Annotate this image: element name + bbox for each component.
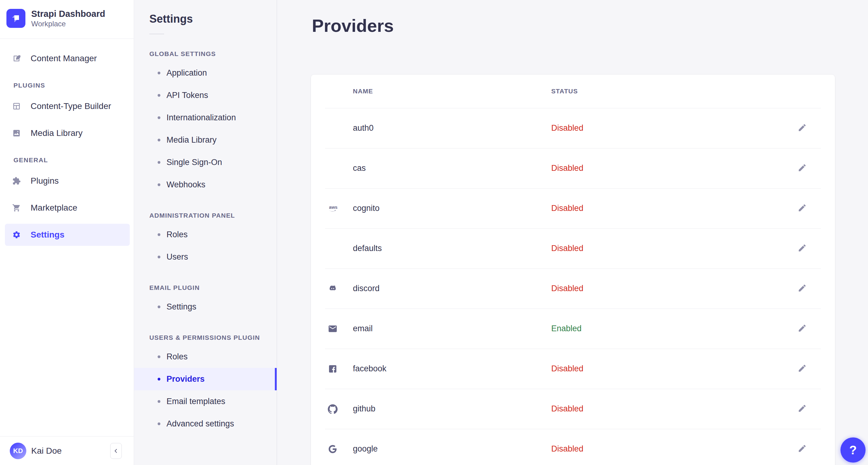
bullet-icon bbox=[158, 355, 160, 358]
subnav-item-email-settings[interactable]: Settings bbox=[134, 296, 277, 318]
bullet-icon bbox=[158, 378, 160, 380]
subnav-item-application[interactable]: Application bbox=[134, 62, 277, 84]
subnav-item-providers[interactable]: Providers bbox=[134, 368, 277, 390]
workspace-subtitle: Workplace bbox=[31, 20, 105, 28]
subnav-item-media-library[interactable]: Media Library bbox=[134, 129, 277, 151]
subnav-item-email-templates[interactable]: Email templates bbox=[134, 390, 277, 413]
pencil-icon bbox=[798, 123, 807, 132]
bullet-icon bbox=[158, 400, 160, 403]
sidebar-item-marketplace[interactable]: Marketplace bbox=[5, 197, 130, 219]
subnav-section-users-permissions-plugin: USERS & PERMISSIONS PLUGIN Roles Provide… bbox=[134, 334, 277, 435]
pencil-icon bbox=[798, 163, 807, 172]
subnav-item-advanced-settings[interactable]: Advanced settings bbox=[134, 413, 277, 435]
sidebar-item-plugins[interactable]: Plugins bbox=[5, 170, 130, 192]
subnav-section-email-plugin: EMAIL PLUGIN Settings bbox=[134, 284, 277, 318]
subnav-item-api-tokens[interactable]: API Tokens bbox=[134, 84, 277, 106]
sidebar-item-label: Content-Type Builder bbox=[31, 101, 111, 111]
subnav-section-label: EMAIL PLUGIN bbox=[149, 284, 277, 291]
provider-name: defaults bbox=[353, 244, 551, 253]
svg-text:aws: aws bbox=[329, 205, 338, 210]
table-row-email[interactable]: email Enabled bbox=[311, 309, 835, 349]
subnav-item-admin-roles[interactable]: Roles bbox=[134, 223, 277, 246]
sidebar-section-plugins-label: PLUGINS bbox=[13, 82, 130, 89]
provider-name: email bbox=[353, 324, 551, 333]
table-row-defaults[interactable]: defaults Disabled bbox=[311, 229, 835, 269]
status-badge: Disabled bbox=[551, 284, 797, 293]
table-row-cas[interactable]: cas Disabled bbox=[311, 149, 835, 188]
table-row-github[interactable]: github Disabled bbox=[311, 389, 835, 429]
edit-provider-button[interactable] bbox=[797, 283, 807, 294]
subnav-item-admin-users[interactable]: Users bbox=[134, 246, 277, 268]
help-button[interactable]: ? bbox=[840, 437, 866, 463]
edit-provider-button[interactable] bbox=[797, 123, 807, 133]
pencil-icon bbox=[798, 203, 807, 212]
status-badge: Disabled bbox=[551, 364, 797, 373]
table-row-google[interactable]: google Disabled bbox=[311, 429, 835, 465]
main-content: Providers NAME STATUS auth0 Disabled cas bbox=[277, 0, 868, 465]
provider-name: auth0 bbox=[353, 123, 551, 133]
sidebar-item-settings[interactable]: Settings bbox=[5, 224, 130, 246]
status-badge: Disabled bbox=[551, 123, 797, 133]
table-header-row: NAME STATUS bbox=[311, 75, 835, 108]
settings-subnav: Settings GLOBAL SETTINGS Application API… bbox=[134, 0, 277, 465]
edit-provider-button[interactable] bbox=[797, 404, 807, 414]
gear-icon bbox=[12, 230, 21, 239]
sidebar-item-label: Settings bbox=[31, 230, 64, 240]
pencil-icon bbox=[798, 243, 807, 253]
strapi-logo-icon bbox=[6, 9, 25, 28]
bullet-icon bbox=[158, 161, 160, 164]
edit-provider-button[interactable] bbox=[797, 364, 807, 374]
shopping-cart-icon bbox=[12, 204, 21, 212]
brand-block: Strapi Dashboard Workplace bbox=[0, 0, 134, 39]
bullet-icon bbox=[158, 94, 160, 97]
sidebar-nav: Content Manager PLUGINS Content-Type Bui… bbox=[0, 39, 134, 246]
edit-provider-button[interactable] bbox=[797, 163, 807, 174]
chevron-left-icon bbox=[113, 447, 119, 454]
status-badge: Disabled bbox=[551, 404, 797, 413]
pencil-icon bbox=[798, 444, 807, 453]
sidebar-item-label: Marketplace bbox=[31, 203, 78, 213]
table-row-discord[interactable]: discord Disabled bbox=[311, 269, 835, 309]
page-title: Providers bbox=[312, 16, 868, 35]
sidebar-section-general-label: GENERAL bbox=[13, 156, 130, 164]
google-icon bbox=[328, 444, 353, 454]
edit-provider-button[interactable] bbox=[797, 323, 807, 334]
subnav-section-label: ADMINISTRATION PANEL bbox=[149, 212, 277, 219]
bullet-icon bbox=[158, 306, 160, 308]
subnav-title: Settings bbox=[149, 13, 277, 25]
brand-text: Strapi Dashboard Workplace bbox=[31, 8, 105, 28]
subnav-item-internationalization[interactable]: Internationalization bbox=[134, 106, 277, 129]
bullet-icon bbox=[158, 116, 160, 119]
bullet-icon bbox=[158, 233, 160, 236]
provider-name: github bbox=[353, 404, 551, 413]
collapse-sidebar-button[interactable] bbox=[110, 443, 122, 459]
layout-grid-icon bbox=[12, 102, 21, 111]
edit-provider-button[interactable] bbox=[797, 444, 807, 454]
feather-pen-icon bbox=[12, 54, 21, 63]
subnav-item-single-sign-on[interactable]: Single Sign-On bbox=[134, 151, 277, 174]
status-badge: Enabled bbox=[551, 324, 797, 333]
user-profile[interactable]: KD Kai Doe bbox=[0, 436, 134, 465]
provider-name: cas bbox=[353, 163, 551, 173]
app-root: Strapi Dashboard Workplace Content Manag… bbox=[0, 0, 868, 465]
bullet-icon bbox=[158, 72, 160, 74]
table-row-facebook[interactable]: facebook Disabled bbox=[311, 349, 835, 389]
sidebar-item-content-type-builder[interactable]: Content-Type Builder bbox=[5, 95, 130, 117]
pencil-icon bbox=[798, 283, 807, 293]
edit-provider-button[interactable] bbox=[797, 203, 807, 214]
column-header-name: NAME bbox=[353, 88, 551, 95]
bullet-icon bbox=[158, 183, 160, 186]
pencil-icon bbox=[798, 404, 807, 413]
subnav-item-up-roles[interactable]: Roles bbox=[134, 346, 277, 368]
envelope-icon bbox=[328, 324, 353, 334]
sidebar-item-label: Media Library bbox=[31, 128, 83, 138]
edit-provider-button[interactable] bbox=[797, 243, 807, 254]
sidebar-item-label: Plugins bbox=[31, 176, 59, 186]
workspace-title: Strapi Dashboard bbox=[31, 8, 105, 19]
subnav-item-webhooks[interactable]: Webhooks bbox=[134, 174, 277, 196]
table-row-cognito[interactable]: aws cognito Disabled bbox=[311, 189, 835, 228]
main-sidebar: Strapi Dashboard Workplace Content Manag… bbox=[0, 0, 134, 465]
table-row-auth0[interactable]: auth0 Disabled bbox=[311, 108, 835, 148]
sidebar-item-media-library[interactable]: Media Library bbox=[5, 122, 130, 144]
sidebar-item-content-manager[interactable]: Content Manager bbox=[5, 48, 130, 69]
